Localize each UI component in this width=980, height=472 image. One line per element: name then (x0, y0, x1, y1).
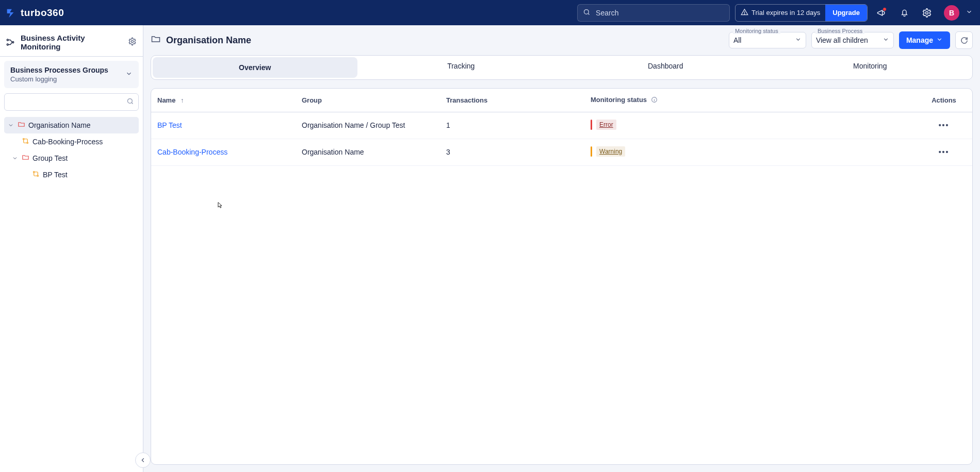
svg-point-7 (128, 99, 133, 104)
announcements-button[interactable] (873, 4, 890, 22)
tree-label: Group Test (32, 154, 68, 162)
tree-node-cab-booking[interactable]: Cab-Booking-Process (4, 133, 139, 150)
info-icon[interactable] (651, 97, 658, 105)
status-link[interactable]: Error (596, 120, 616, 130)
svg-point-1 (744, 13, 745, 14)
select-value: View all children (816, 36, 878, 44)
business-process-select[interactable]: View all children (811, 32, 894, 48)
process-link[interactable]: BP Test (157, 121, 182, 129)
folder-icon (151, 34, 161, 47)
monitoring-status-select[interactable]: All (729, 32, 806, 48)
tree-label: Cab-Booking-Process (32, 138, 103, 146)
svg-point-4 (7, 44, 8, 45)
bam-icon (5, 37, 15, 47)
chevron-down-icon (795, 36, 802, 44)
chevron-down-icon (883, 36, 889, 44)
avatar-initial: B (949, 9, 954, 17)
sidebar-search[interactable] (4, 93, 139, 111)
table-row: BP Test Organisation Name / Group Test 1… (151, 112, 972, 139)
trial-text: Trial expires in 12 days (752, 9, 820, 16)
th-name[interactable]: Name ↑ (151, 89, 296, 112)
svg-point-2 (926, 11, 928, 14)
search-input[interactable] (595, 8, 724, 18)
cell-group: Organisation Name (296, 139, 440, 165)
tabs: Overview Tracking Dashboard Monitoring (151, 55, 973, 80)
sidebar: Business Activity Monitoring Business Pr… (0, 25, 143, 472)
svg-point-0 (584, 9, 589, 14)
svg-point-11 (37, 175, 39, 177)
svg-point-10 (34, 172, 35, 173)
warning-icon (741, 8, 748, 18)
filter-label: Business Process (815, 28, 864, 34)
status-link[interactable]: Warning (596, 146, 625, 157)
row-actions-button[interactable]: ••• (916, 139, 972, 165)
process-link[interactable]: Cab-Booking-Process (157, 148, 227, 156)
global-search[interactable] (577, 4, 730, 22)
tree-node-bp-test[interactable]: BP Test (4, 166, 139, 183)
th-group[interactable]: Group (296, 89, 440, 112)
settings-button[interactable] (918, 4, 936, 22)
search-icon (583, 8, 591, 18)
tab-tracking[interactable]: Tracking (359, 56, 564, 76)
chevron-down-icon (11, 155, 19, 161)
th-transactions[interactable]: Transactions (440, 89, 584, 112)
folder-icon (22, 154, 29, 163)
upgrade-button[interactable]: Upgrade (825, 5, 867, 21)
chevron-down-icon (936, 36, 943, 44)
svg-point-8 (23, 139, 25, 140)
status-bar-icon (591, 120, 592, 130)
search-icon (126, 97, 134, 107)
chevron-down-icon (7, 122, 14, 128)
sort-asc-icon: ↑ (181, 96, 184, 104)
tree-node-organisation[interactable]: Organisation Name (4, 117, 139, 133)
nav-tree: Organisation Name Cab-Booking-Process Gr… (0, 114, 143, 472)
flow-icon (32, 170, 40, 179)
flow-icon (22, 137, 29, 146)
brand-logo-icon (5, 7, 17, 19)
tree-label: Organisation Name (28, 121, 91, 129)
sidebar-settings-button[interactable] (128, 37, 137, 47)
tab-monitoring[interactable]: Monitoring (768, 56, 973, 76)
breadcrumb: Organisation Name (151, 34, 251, 47)
main-content: Organisation Name Monitoring status All … (143, 25, 980, 472)
brand[interactable]: turbo360 (5, 7, 64, 19)
sidebar-collapse-button[interactable] (135, 452, 151, 468)
cell-transactions: 1 (440, 112, 584, 139)
overview-panel: Name ↑ Group Transactions Monitoring sta… (151, 88, 973, 465)
tab-overview[interactable]: Overview (153, 57, 357, 78)
th-actions: Actions (916, 89, 972, 112)
manage-label: Manage (906, 36, 933, 44)
sidebar-search-input[interactable] (9, 97, 126, 107)
user-avatar[interactable]: B (944, 5, 959, 21)
sidebar-title: Business Activity Monitoring (21, 33, 123, 51)
tab-dashboard[interactable]: Dashboard (563, 56, 768, 76)
group-picker-title: Business Processes Groups (10, 66, 125, 74)
status-bar-icon (591, 146, 592, 157)
process-table: Name ↑ Group Transactions Monitoring sta… (151, 89, 972, 166)
svg-point-9 (27, 142, 28, 144)
svg-point-6 (131, 40, 133, 42)
row-actions-button[interactable]: ••• (916, 112, 972, 139)
trial-banner: Trial expires in 12 days Upgrade (735, 4, 868, 22)
svg-point-3 (7, 39, 8, 41)
notifications-button[interactable] (895, 4, 913, 22)
select-value: All (733, 36, 791, 44)
th-label: Name (157, 96, 175, 104)
notification-dot-icon (883, 7, 887, 11)
group-picker-subtitle: Custom logging (10, 75, 125, 83)
refresh-button[interactable] (955, 31, 973, 49)
folder-icon (18, 121, 25, 130)
group-picker[interactable]: Business Processes Groups Custom logging (4, 61, 139, 88)
tree-node-group-test[interactable]: Group Test (4, 150, 139, 166)
th-status[interactable]: Monitoring status (584, 89, 916, 112)
table-row: Cab-Booking-Process Organisation Name 3 … (151, 139, 972, 165)
tree-label: BP Test (43, 171, 68, 179)
user-menu-caret-icon[interactable] (966, 8, 973, 17)
cell-group: Organisation Name / Group Test (296, 112, 440, 139)
th-label: Monitoring status (591, 96, 647, 104)
manage-button[interactable]: Manage (899, 31, 950, 49)
brand-name: turbo360 (21, 7, 64, 19)
cell-transactions: 3 (440, 139, 584, 165)
breadcrumb-text: Organisation Name (166, 35, 251, 46)
chevron-down-icon (125, 70, 133, 79)
